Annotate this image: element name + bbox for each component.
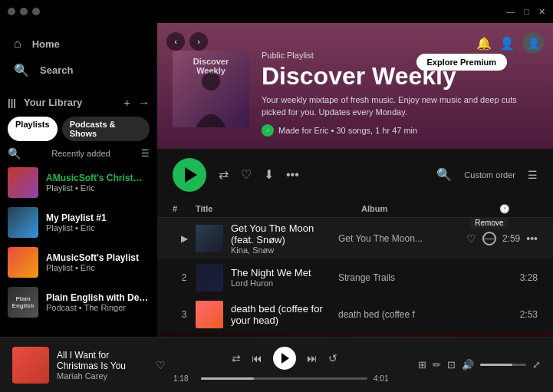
playlist-info: AMusicSoft's Christmas... Playlist • Eri… xyxy=(46,173,150,193)
library-title-row: ||| Your Library xyxy=(8,97,82,108)
track-name: The Night We Met xyxy=(231,267,311,278)
sidebar-item-home[interactable]: ⌂ Home xyxy=(6,31,151,57)
cover-text1: Discover xyxy=(193,57,229,66)
notifications-icon[interactable]: 🔔 xyxy=(476,36,492,51)
player-heart-icon[interactable]: ♡ xyxy=(156,359,166,371)
remove-button[interactable]: — xyxy=(482,232,496,245)
avatar[interactable]: 👤 xyxy=(522,32,544,54)
track-thumbnail xyxy=(196,225,223,252)
track-thumbnail xyxy=(196,301,223,328)
filter-sort-icon[interactable]: ☰ xyxy=(141,148,150,159)
heart-icon[interactable]: ♡ xyxy=(466,232,476,245)
volume-icon[interactable]: 🔊 xyxy=(462,359,474,371)
window-controls[interactable]: — □ ✕ xyxy=(506,7,545,17)
sort-label: Custom order xyxy=(464,170,515,180)
table-row[interactable]: 3 death bed (coffee for your head) death… xyxy=(157,296,553,333)
lyrics-icon[interactable]: ⊡ xyxy=(447,359,456,371)
main-area: ⌂ Home 🔍 Search ||| Your Library + → Pla… xyxy=(0,23,553,337)
player-shuffle-icon[interactable]: ⇄ xyxy=(232,352,241,364)
back-button[interactable]: ‹ xyxy=(166,32,185,51)
track-details: The Night We Met Lord Huron xyxy=(231,267,311,288)
close-button[interactable]: ✕ xyxy=(538,7,545,17)
dot-2 xyxy=(20,8,28,15)
playlist-info: Plain English with Derek... Podcast • Th… xyxy=(46,292,150,312)
content-area: ‹ › 🔔 👤 👤 Discover Weekly xyxy=(157,23,553,337)
track-title-col: death bed (coffee for your head) xyxy=(196,301,338,328)
forward-button[interactable]: › xyxy=(189,32,208,51)
player-right: ⊞ ✏ ⊡ 🔊 ⤢ xyxy=(403,359,541,371)
queue-icon[interactable]: ⊞ xyxy=(418,359,426,371)
more-options-icon[interactable]: ••• xyxy=(286,168,299,182)
track-album: death bed (coffee f xyxy=(338,309,476,320)
volume-bar[interactable] xyxy=(480,364,526,366)
download-icon[interactable]: ⬇ xyxy=(264,167,274,182)
made-for-label: Made for Eric • 30 songs, 1 hr 47 min xyxy=(278,126,417,135)
play-all-button[interactable] xyxy=(173,158,206,192)
like-icon[interactable]: ♡ xyxy=(241,167,252,182)
track-duration: 2:59 xyxy=(502,233,520,244)
cover-figure xyxy=(188,70,234,127)
connect-device-icon[interactable]: ✏ xyxy=(433,359,441,371)
playlist-name: My Playlist #1 xyxy=(46,212,150,223)
track-title-col: Get You The Moon (feat. Snøw) Kina, Snøw xyxy=(196,222,338,255)
filter-search-icon[interactable]: 🔍 xyxy=(8,147,21,160)
playlist-thumb xyxy=(8,247,38,278)
library-icons[interactable]: + → xyxy=(123,96,150,109)
player-thumbnail xyxy=(12,347,49,384)
track-number: ▶ xyxy=(173,233,196,244)
player-track-details: All I Want for Christmas Is You Mariah C… xyxy=(57,350,148,380)
playlist-meta: Playlist • Eric xyxy=(46,183,150,193)
playlist-meta: Playlist • Eric xyxy=(46,263,150,272)
player-center: ⇄ ⏮ ⏭ ↺ 1:18 4:01 xyxy=(173,347,395,383)
player-prev-icon[interactable]: ⏮ xyxy=(252,352,262,364)
playlist-description: Your weekly mixtape of fresh music. Enjo… xyxy=(262,94,530,118)
tab-playlists[interactable]: Playlists xyxy=(8,117,58,141)
svg-point-0 xyxy=(202,72,220,91)
friends-icon[interactable]: 👤 xyxy=(499,36,515,51)
library-arrow-button[interactable]: → xyxy=(138,96,150,109)
tab-podcasts[interactable]: Podcasts & Shows xyxy=(62,117,150,141)
more-icon[interactable]: ••• xyxy=(526,232,538,245)
playlist-made-by: ♪ Made for Eric • 30 songs, 1 hr 47 min xyxy=(262,124,538,137)
sidebar-home-label: Home xyxy=(32,38,60,50)
player-repeat-icon[interactable]: ↺ xyxy=(328,352,337,364)
list-item[interactable]: AMusicSoft's Christmas... Playlist • Eri… xyxy=(3,163,154,203)
dot-3 xyxy=(32,8,40,15)
playlist-name: AMusicSoft's Christmas... xyxy=(46,173,150,183)
playlist-thumb xyxy=(8,207,38,238)
maximize-button[interactable]: □ xyxy=(524,7,529,16)
table-row[interactable]: ▶ Get You The Moon (feat. Snøw) Kina, Sn… xyxy=(157,218,553,259)
player-play-button[interactable] xyxy=(273,347,296,370)
shuffle-icon[interactable]: ⇄ xyxy=(219,167,229,182)
search-tracks-icon[interactable]: 🔍 xyxy=(436,167,452,182)
track-artist: Lord Huron xyxy=(231,278,311,288)
remove-container: Remove — xyxy=(482,232,496,245)
track-table-header: # Title Album 🕐 xyxy=(157,201,553,218)
col-album: Album xyxy=(361,204,499,214)
header-right-icons: 🔔 👤 👤 xyxy=(476,32,544,54)
total-time: 4:01 xyxy=(374,374,395,383)
track-duration-col: 2:53 xyxy=(476,309,538,320)
library-add-button[interactable]: + xyxy=(123,96,130,109)
search-icon: 🔍 xyxy=(14,63,29,77)
library-tabs: Playlists Podcasts & Shows xyxy=(0,112,157,146)
list-item[interactable]: Plain English Plain English with Derek..… xyxy=(3,282,154,322)
player-play-triangle xyxy=(281,353,289,364)
sort-icon[interactable]: ☰ xyxy=(528,169,538,181)
progress-bar-row: 1:18 4:01 xyxy=(173,374,395,383)
minimize-button[interactable]: — xyxy=(506,7,515,16)
sidebar-item-search[interactable]: 🔍 Search xyxy=(6,57,151,84)
fullscreen-icon[interactable]: ⤢ xyxy=(532,359,541,371)
header-nav-buttons: ‹ › xyxy=(166,32,208,51)
list-item[interactable]: AMusicSoft's Playlist Playlist • Eric xyxy=(3,242,154,282)
current-time: 1:18 xyxy=(173,374,195,383)
explore-premium-button[interactable]: Explore Premium xyxy=(416,54,507,71)
col-duration: 🕐 xyxy=(499,204,538,214)
track-name: death bed (coffee for your head) xyxy=(231,303,338,326)
table-row[interactable]: 2 The Night We Met Lord Huron Strange Tr… xyxy=(157,259,553,296)
progress-bar[interactable] xyxy=(201,377,367,380)
track-duration-col: 3:28 xyxy=(476,272,538,283)
track-play-icon[interactable]: ▶ xyxy=(181,233,188,244)
list-item[interactable]: My Playlist #1 Playlist • Eric xyxy=(3,203,154,242)
player-next-icon[interactable]: ⏭ xyxy=(307,352,318,364)
